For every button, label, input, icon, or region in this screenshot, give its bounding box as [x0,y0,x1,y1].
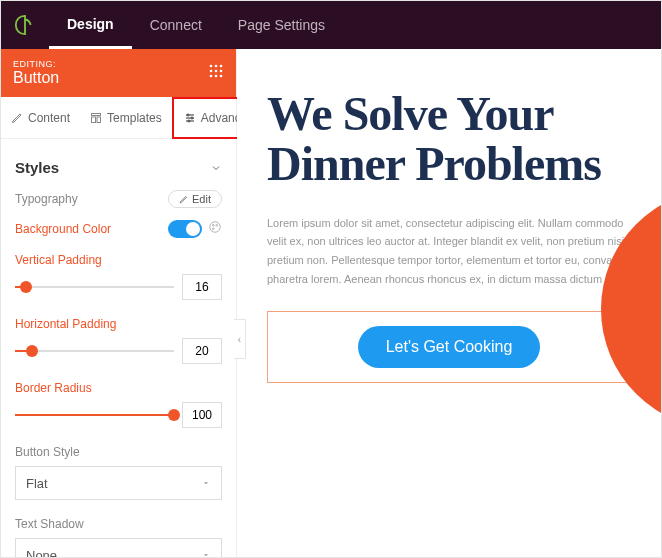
svg-point-14 [188,120,190,122]
top-navbar: Design Connect Page Settings [1,1,661,49]
svg-rect-9 [92,113,101,115]
sidebar-tabs: Content Templates Advanced [1,97,236,139]
hpad-label: Horizontal Padding [15,317,116,331]
svg-point-5 [220,70,223,73]
nav-connect[interactable]: Connect [132,1,220,49]
svg-point-8 [220,75,223,78]
templates-icon [90,112,102,124]
svg-point-12 [187,114,189,116]
tab-templates[interactable]: Templates [80,97,172,139]
svg-rect-10 [92,117,96,123]
svg-point-15 [210,222,221,233]
tab-content[interactable]: Content [1,97,80,139]
chevron-down-icon [210,162,222,174]
sliders-icon [184,112,196,124]
preview-canvas: We Solve Your Dinner Problems Lorem ipsu… [237,49,661,558]
hpad-slider[interactable] [15,343,174,359]
nav-page-settings[interactable]: Page Settings [220,1,343,49]
editing-bar: EDITING: Button [1,49,236,97]
pencil-icon [179,195,188,204]
svg-point-6 [210,75,213,78]
page-headline[interactable]: We Solve Your Dinner Problems [267,89,631,190]
svg-point-18 [212,228,214,230]
nav-design[interactable]: Design [49,1,132,49]
button-style-select[interactable]: Flat [15,466,222,500]
vpad-label: Vertical Padding [15,253,102,267]
pencil-icon [11,112,23,124]
cta-selection-box[interactable]: Let's Get Cooking [267,311,631,383]
button-style-label: Button Style [15,445,80,459]
styles-title: Styles [15,159,59,176]
text-shadow-label: Text Shadow [15,517,84,531]
text-shadow-select[interactable]: None [15,538,222,558]
styles-section-header[interactable]: Styles [15,149,222,190]
svg-point-0 [210,65,213,68]
page-body-text[interactable]: Lorem ipsum dolor sit amet, consectetur … [267,214,631,289]
palette-icon[interactable] [208,220,222,238]
svg-point-3 [210,70,213,73]
editing-element-name: Button [13,69,59,87]
svg-point-13 [191,117,193,119]
editing-label: EDITING: [13,59,59,69]
tab-content-label: Content [28,111,70,125]
app-logo[interactable] [1,1,49,49]
svg-point-4 [215,70,218,73]
chevron-down-icon [201,550,211,558]
hpad-input[interactable] [182,338,222,364]
grid-icon[interactable] [208,63,224,83]
svg-point-7 [215,75,218,78]
bgcolor-toggle[interactable] [168,220,202,238]
svg-point-17 [216,224,218,226]
typography-edit-button[interactable]: Edit [168,190,222,208]
sidebar: EDITING: Button Content Templates Advanc… [1,49,237,558]
vpad-slider[interactable] [15,279,174,295]
svg-point-1 [215,65,218,68]
svg-point-16 [212,224,214,226]
cta-button[interactable]: Let's Get Cooking [358,326,541,368]
bgcolor-label: Background Color [15,222,111,236]
vpad-input[interactable] [182,274,222,300]
radius-input[interactable] [182,402,222,428]
svg-rect-11 [97,117,101,123]
svg-point-2 [220,65,223,68]
collapse-sidebar-handle[interactable]: ‹ [234,319,246,359]
radius-slider[interactable] [15,407,174,423]
radius-label: Border Radius [15,381,92,395]
typography-label: Typography [15,192,78,206]
chevron-down-icon [201,478,211,488]
tab-templates-label: Templates [107,111,162,125]
